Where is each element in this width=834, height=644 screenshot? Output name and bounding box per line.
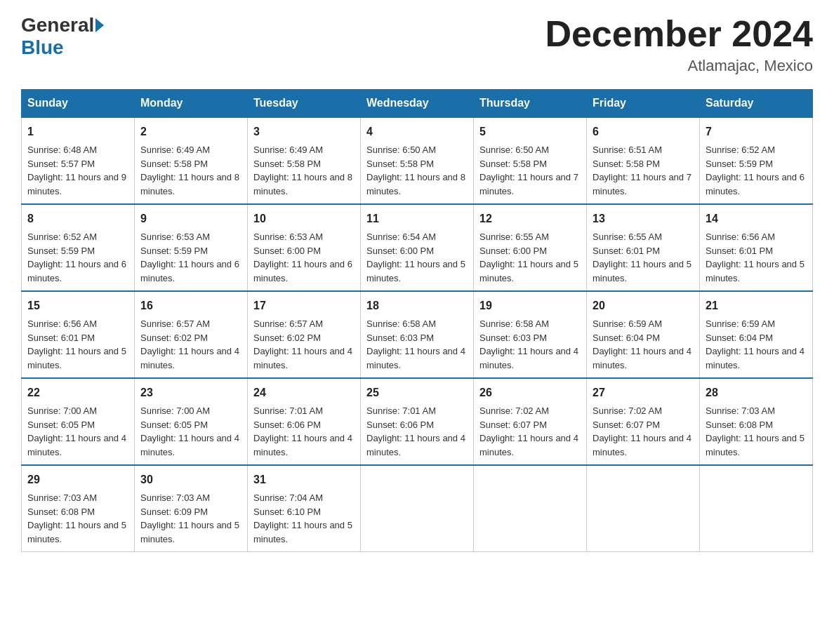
- day-number: 15: [27, 297, 128, 314]
- sunset-label: Sunset: 6:01 PM: [706, 246, 773, 256]
- sunset-label: Sunset: 5:59 PM: [140, 246, 208, 256]
- table-row: 1 Sunrise: 6:48 AM Sunset: 5:57 PM Dayli…: [22, 117, 135, 204]
- sunrise-label: Sunrise: 6:58 AM: [479, 318, 549, 329]
- sunrise-label: Sunrise: 6:56 AM: [27, 318, 97, 329]
- sunset-label: Sunset: 6:01 PM: [27, 333, 95, 343]
- table-row: 21 Sunrise: 6:59 AM Sunset: 6:04 PM Dayl…: [700, 291, 813, 378]
- table-row: 18 Sunrise: 6:58 AM Sunset: 6:03 PM Dayl…: [361, 291, 474, 378]
- table-row: 28 Sunrise: 7:03 AM Sunset: 6:08 PM Dayl…: [700, 378, 813, 465]
- sunrise-label: Sunrise: 6:56 AM: [706, 232, 775, 242]
- daylight-label: Daylight: 11 hours and 6 minutes.: [140, 259, 239, 283]
- col-sunday: Sunday: [22, 90, 135, 118]
- day-number: 21: [706, 297, 807, 314]
- day-number: 29: [27, 471, 128, 488]
- day-number: 28: [706, 384, 807, 401]
- sunrise-label: Sunrise: 7:00 AM: [140, 405, 210, 416]
- day-number: 10: [253, 210, 355, 227]
- daylight-label: Daylight: 11 hours and 5 minutes.: [140, 520, 239, 544]
- sunset-label: Sunset: 6:00 PM: [479, 246, 547, 256]
- table-row: [361, 465, 474, 552]
- sunrise-label: Sunrise: 6:55 AM: [593, 232, 662, 242]
- calendar-week-row: 8 Sunrise: 6:52 AM Sunset: 5:59 PM Dayli…: [22, 204, 813, 291]
- sunrise-label: Sunrise: 6:57 AM: [140, 318, 210, 329]
- sunset-label: Sunset: 6:10 PM: [253, 507, 321, 517]
- sunset-label: Sunset: 6:04 PM: [593, 333, 660, 343]
- logo-general-text: General: [21, 14, 94, 36]
- logo-blue-text: Blue: [21, 36, 64, 58]
- sunset-label: Sunset: 5:59 PM: [27, 246, 95, 256]
- sunrise-label: Sunrise: 7:04 AM: [253, 492, 323, 503]
- day-number: 30: [140, 471, 241, 488]
- table-row: 30 Sunrise: 7:03 AM Sunset: 6:09 PM Dayl…: [135, 465, 248, 552]
- daylight-label: Daylight: 11 hours and 4 minutes.: [593, 433, 691, 457]
- col-wednesday: Wednesday: [361, 90, 474, 118]
- sunrise-label: Sunrise: 7:03 AM: [27, 492, 97, 503]
- sunset-label: Sunset: 6:08 PM: [27, 507, 95, 517]
- calendar-table: Sunday Monday Tuesday Wednesday Thursday…: [21, 89, 813, 552]
- sunrise-label: Sunrise: 6:48 AM: [27, 145, 97, 155]
- table-row: 24 Sunrise: 7:01 AM Sunset: 6:06 PM Dayl…: [248, 378, 361, 465]
- sunset-label: Sunset: 6:09 PM: [140, 507, 208, 517]
- table-row: [474, 465, 587, 552]
- table-row: 25 Sunrise: 7:01 AM Sunset: 6:06 PM Dayl…: [361, 378, 474, 465]
- table-row: [587, 465, 700, 552]
- sunset-label: Sunset: 6:06 PM: [366, 420, 434, 430]
- table-row: 12 Sunrise: 6:55 AM Sunset: 6:00 PM Dayl…: [474, 204, 587, 291]
- table-row: 16 Sunrise: 6:57 AM Sunset: 6:02 PM Dayl…: [135, 291, 248, 378]
- daylight-label: Daylight: 11 hours and 4 minutes.: [253, 433, 352, 457]
- daylight-label: Daylight: 11 hours and 4 minutes.: [27, 433, 126, 457]
- sunset-label: Sunset: 6:07 PM: [479, 420, 547, 430]
- daylight-label: Daylight: 11 hours and 4 minutes.: [140, 346, 239, 370]
- day-number: 12: [479, 210, 581, 227]
- table-row: 20 Sunrise: 6:59 AM Sunset: 6:04 PM Dayl…: [587, 291, 700, 378]
- sunset-label: Sunset: 6:04 PM: [706, 333, 773, 343]
- day-number: 3: [253, 123, 355, 140]
- daylight-label: Daylight: 11 hours and 5 minutes.: [706, 433, 805, 457]
- sunrise-label: Sunrise: 6:49 AM: [140, 145, 210, 155]
- daylight-label: Daylight: 11 hours and 4 minutes.: [479, 433, 578, 457]
- day-number: 16: [140, 297, 241, 314]
- sunset-label: Sunset: 5:58 PM: [593, 159, 660, 169]
- table-row: 31 Sunrise: 7:04 AM Sunset: 6:10 PM Dayl…: [248, 465, 361, 552]
- sunrise-label: Sunrise: 7:01 AM: [253, 405, 323, 416]
- day-number: 13: [593, 210, 694, 227]
- table-row: 7 Sunrise: 6:52 AM Sunset: 5:59 PM Dayli…: [700, 117, 813, 204]
- page-header: General Blue December 2024 Atlamajac, Me…: [21, 14, 813, 75]
- table-row: 4 Sunrise: 6:50 AM Sunset: 5:58 PM Dayli…: [361, 117, 474, 204]
- day-number: 17: [253, 297, 355, 314]
- daylight-label: Daylight: 11 hours and 5 minutes.: [593, 259, 691, 283]
- table-row: 23 Sunrise: 7:00 AM Sunset: 6:05 PM Dayl…: [135, 378, 248, 465]
- table-row: 19 Sunrise: 6:58 AM Sunset: 6:03 PM Dayl…: [474, 291, 587, 378]
- col-thursday: Thursday: [474, 90, 587, 118]
- daylight-label: Daylight: 11 hours and 5 minutes.: [366, 259, 465, 283]
- calendar-header-row: Sunday Monday Tuesday Wednesday Thursday…: [22, 90, 813, 118]
- daylight-label: Daylight: 11 hours and 9 minutes.: [27, 172, 126, 196]
- daylight-label: Daylight: 11 hours and 6 minutes.: [253, 259, 352, 283]
- sunrise-label: Sunrise: 7:03 AM: [706, 405, 775, 416]
- sunrise-label: Sunrise: 6:58 AM: [366, 318, 436, 329]
- location: Atlamajac, Mexico: [545, 57, 813, 75]
- daylight-label: Daylight: 11 hours and 4 minutes.: [366, 433, 465, 457]
- day-number: 11: [366, 210, 468, 227]
- table-row: 11 Sunrise: 6:54 AM Sunset: 6:00 PM Dayl…: [361, 204, 474, 291]
- sunset-label: Sunset: 6:05 PM: [140, 420, 208, 430]
- day-number: 22: [27, 384, 128, 401]
- day-number: 23: [140, 384, 241, 401]
- day-number: 5: [479, 123, 581, 140]
- table-row: 9 Sunrise: 6:53 AM Sunset: 5:59 PM Dayli…: [135, 204, 248, 291]
- table-row: 8 Sunrise: 6:52 AM Sunset: 5:59 PM Dayli…: [22, 204, 135, 291]
- col-friday: Friday: [587, 90, 700, 118]
- daylight-label: Daylight: 11 hours and 4 minutes.: [253, 346, 352, 370]
- sunrise-label: Sunrise: 6:55 AM: [479, 232, 549, 242]
- sunrise-label: Sunrise: 6:53 AM: [253, 232, 323, 242]
- day-number: 7: [706, 123, 807, 140]
- table-row: 22 Sunrise: 7:00 AM Sunset: 6:05 PM Dayl…: [22, 378, 135, 465]
- sunset-label: Sunset: 5:58 PM: [479, 159, 547, 169]
- table-row: 17 Sunrise: 6:57 AM Sunset: 6:02 PM Dayl…: [248, 291, 361, 378]
- col-monday: Monday: [135, 90, 248, 118]
- daylight-label: Daylight: 11 hours and 4 minutes.: [140, 433, 239, 457]
- calendar-week-row: 22 Sunrise: 7:00 AM Sunset: 6:05 PM Dayl…: [22, 378, 813, 465]
- day-number: 8: [27, 210, 128, 227]
- logo-arrow-icon: [95, 18, 104, 32]
- sunrise-label: Sunrise: 6:54 AM: [366, 232, 436, 242]
